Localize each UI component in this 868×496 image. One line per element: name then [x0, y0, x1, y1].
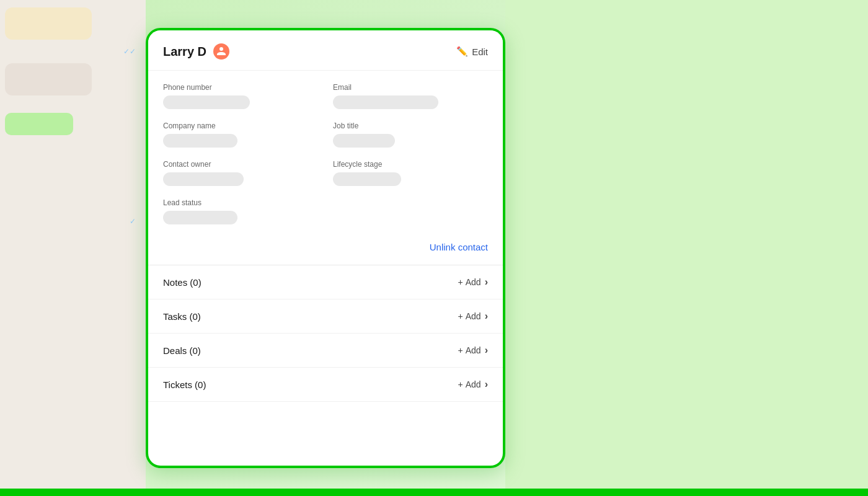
- chat-panel: ✓✓ ✓: [0, 0, 146, 496]
- notes-chevron-button[interactable]: ›: [485, 277, 488, 288]
- unlink-row: Unlink contact: [148, 237, 503, 265]
- notes-add-label: Add: [466, 277, 481, 287]
- phone-value-bar: [163, 95, 250, 109]
- jobtitle-value-bar: [333, 134, 395, 148]
- bottom-bar: [0, 489, 868, 496]
- notes-plus-icon: +: [458, 277, 463, 287]
- company-field-group: Company name: [163, 122, 318, 148]
- contact-name-row: Larry D: [163, 43, 230, 60]
- email-field-group: Email: [333, 83, 488, 109]
- tasks-label: Tasks (0): [163, 311, 201, 322]
- email-value-bar: [333, 95, 438, 109]
- tickets-plus-icon: +: [458, 379, 463, 389]
- lead-value-bar: [163, 211, 237, 224]
- jobtitle-field-group: Job title: [333, 122, 488, 148]
- deals-label: Deals (0): [163, 345, 201, 356]
- chat-bubble-1: [5, 7, 92, 40]
- contact-header: Larry D ✏️ Edit: [148, 30, 503, 71]
- deals-chevron-button[interactable]: ›: [485, 345, 488, 356]
- svg-point-0: [213, 43, 229, 60]
- owner-label: Contact owner: [163, 160, 318, 169]
- tickets-add-button[interactable]: + Add: [458, 379, 481, 389]
- notes-add-button[interactable]: + Add: [458, 277, 481, 287]
- email-label: Email: [333, 83, 488, 92]
- contact-name: Larry D: [163, 45, 206, 59]
- tickets-add-label: Add: [466, 379, 481, 389]
- notes-section-row: Notes (0) + Add ›: [148, 265, 503, 299]
- jobtitle-label: Job title: [333, 122, 488, 130]
- hubspot-icon: [213, 43, 230, 60]
- notes-label: Notes (0): [163, 277, 202, 288]
- deals-add-button[interactable]: + Add: [458, 345, 481, 355]
- tasks-section-row: Tasks (0) + Add ›: [148, 299, 503, 334]
- contact-fields: Phone number Email Company name Job titl…: [148, 71, 503, 237]
- phone-label: Phone number: [163, 83, 318, 92]
- lifecycle-value-bar: [333, 172, 401, 186]
- lifecycle-field-group: Lifecycle stage: [333, 160, 488, 186]
- edit-button[interactable]: ✏️ Edit: [456, 46, 488, 57]
- tasks-add-button[interactable]: + Add: [458, 311, 481, 321]
- tickets-section-row: Tickets (0) + Add ›: [148, 368, 503, 402]
- company-label: Company name: [163, 122, 318, 130]
- lead-field-group: Lead status: [163, 198, 318, 224]
- company-value-bar: [163, 134, 237, 148]
- chat-tick-2: ✓: [130, 217, 136, 226]
- lead-label: Lead status: [163, 198, 318, 207]
- owner-field-group: Contact owner: [163, 160, 318, 186]
- lifecycle-label: Lifecycle stage: [333, 160, 488, 169]
- edit-label: Edit: [472, 46, 488, 57]
- contact-card-wrapper: Larry D ✏️ Edit Phone number Email: [146, 28, 505, 468]
- tasks-actions: + Add ›: [458, 311, 488, 322]
- tickets-label: Tickets (0): [163, 379, 206, 390]
- chat-bubble-2: [5, 63, 92, 95]
- deals-section-row: Deals (0) + Add ›: [148, 334, 503, 368]
- chat-bubble-3: [5, 113, 73, 135]
- tasks-chevron-button[interactable]: ›: [485, 311, 488, 322]
- tasks-plus-icon: +: [458, 311, 463, 321]
- deals-add-label: Add: [466, 345, 481, 355]
- phone-field-group: Phone number: [163, 83, 318, 109]
- tickets-actions: + Add ›: [458, 379, 488, 390]
- deals-plus-icon: +: [458, 345, 463, 355]
- deals-actions: + Add ›: [458, 345, 488, 356]
- contact-card: Larry D ✏️ Edit Phone number Email: [148, 30, 503, 466]
- tickets-chevron-button[interactable]: ›: [485, 379, 488, 390]
- right-background: [505, 0, 868, 496]
- unlink-contact-button[interactable]: Unlink contact: [430, 242, 488, 252]
- owner-value-bar: [163, 172, 244, 186]
- edit-icon: ✏️: [456, 46, 468, 57]
- chat-tick-1: ✓✓: [123, 47, 136, 56]
- tasks-add-label: Add: [466, 311, 481, 321]
- notes-actions: + Add ›: [458, 277, 488, 288]
